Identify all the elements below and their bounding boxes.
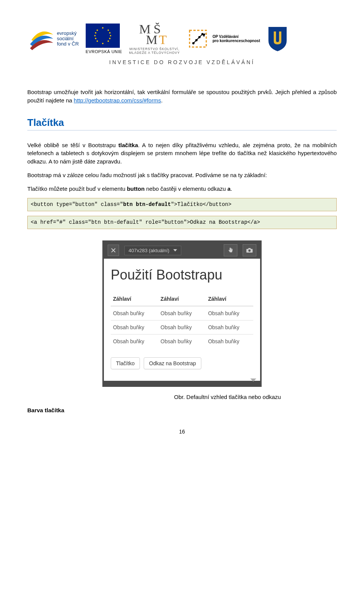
preview-button-2[interactable]: Odkaz na Bootstrap (144, 357, 201, 369)
code-block-2: <a href="#" class="btn btn-default" role… (27, 216, 337, 229)
tlacitka-heading: Tlačítka (27, 117, 337, 129)
svg-point-28 (248, 250, 251, 252)
chevron-down-icon (173, 249, 177, 251)
forms-link[interactable]: http://getbootstrap.com/css/#forms (74, 97, 161, 104)
op-line2: pro konkurenceschopnost (212, 39, 260, 43)
logo-strip: evropský sociální fond v ČR (27, 23, 337, 55)
paragraph-intro: Bootstrap umožňuje tvořit jak horizontál… (27, 88, 337, 105)
table-row: Obsah buňkyObsah buňkyObsah buňky (111, 335, 253, 349)
page-number: 16 (27, 429, 337, 435)
svg-point-8 (95, 32, 96, 34)
eu-logo: EVROPSKÁ UNIE (86, 24, 122, 54)
touch-button[interactable] (224, 244, 237, 256)
camera-button[interactable] (243, 244, 256, 256)
op-icon (187, 27, 209, 50)
msmt-line2: MLÁDEŽE A TĚLOVÝCHOVY (129, 51, 180, 55)
resolution-dropdown[interactable]: 407x283 (aktuální) (124, 246, 181, 255)
svg-point-20 (198, 36, 201, 38)
svg-point-9 (109, 32, 111, 34)
svg-point-3 (110, 35, 111, 36)
svg-marker-25 (173, 249, 177, 251)
heading-divider (27, 130, 337, 130)
table-header: Záhlaví (158, 292, 206, 306)
svg-rect-27 (248, 248, 251, 249)
code-block-1: <button type="button" class="btn btn-def… (27, 198, 337, 211)
resolution-label: 407x283 (aktuální) (129, 248, 169, 253)
eu-label: EVROPSKÁ UNIE (86, 49, 122, 54)
table-row: Obsah buňkyObsah buňkyObsah buňky (111, 320, 253, 335)
svg-point-10 (95, 38, 96, 39)
close-icon (111, 248, 116, 253)
figure-caption: Obr. Defaultní vzhled tlačítka nebo odka… (118, 394, 337, 400)
preview-title: Použití Bootstrapu (111, 267, 253, 283)
esf-label-2: sociální (57, 36, 79, 41)
msmt-icon: M Š M T (139, 23, 169, 45)
svg-line-17 (193, 34, 202, 43)
up-shield-icon (267, 25, 288, 52)
paragraph-3: Bootstrap má v záloze celou řadu možnost… (27, 171, 337, 179)
invest-tagline: INVESTICE DO ROZVOJE VZDĚLÁVÁNÍ (27, 59, 337, 65)
svg-point-4 (96, 30, 98, 31)
camera-icon (246, 248, 253, 253)
mobile-bottombar (104, 381, 260, 385)
svg-point-18 (192, 42, 195, 44)
eu-stars-icon (92, 25, 113, 46)
svg-point-19 (195, 39, 198, 41)
intro-text-end: . (161, 97, 163, 104)
table-header: Záhlaví (206, 292, 253, 306)
svg-point-11 (109, 38, 111, 39)
svg-text:T: T (159, 33, 167, 45)
preview-table: Záhlaví Záhlaví Záhlaví Obsah buňkyObsah… (111, 292, 253, 348)
svg-text:M: M (146, 33, 158, 45)
esf-swoosh-icon (27, 25, 55, 52)
subheading: Barva tlačítka (27, 407, 337, 413)
svg-point-0 (102, 27, 104, 29)
svg-point-2 (94, 35, 96, 36)
svg-point-7 (107, 41, 109, 42)
close-button[interactable] (108, 245, 119, 256)
table-row: Obsah buňkyObsah buňkyObsah buňky (111, 306, 253, 320)
paragraph-2: Velké oblibě se těší v Bootstrapu tlačít… (27, 141, 337, 166)
preview-button-1[interactable]: Tlačítko (111, 357, 140, 369)
msmt-line1: MINISTERSTVO ŠKOLSTVÍ, (129, 47, 180, 51)
op-logo-block: OP Vzdělávání pro konkurenceschopnost (187, 27, 260, 50)
mobile-preview: 407x283 (aktuální) Použití Bootstrapu Zá… (102, 240, 262, 387)
svg-point-1 (102, 43, 104, 44)
paragraph-4: Tlačítko můžete použít buď v elementu bu… (27, 185, 337, 193)
esf-logo: evropský sociální fond v ČR (27, 25, 79, 52)
svg-point-6 (96, 41, 98, 42)
hand-icon (227, 247, 234, 254)
esf-label-1: evropský (57, 31, 79, 36)
esf-label-3: fond v ČR (57, 41, 79, 47)
msmt-logo-block: M Š M T MINISTERSTVO ŠKOLSTVÍ, MLÁDEŽE A… (129, 23, 180, 55)
table-header: Záhlaví (111, 292, 158, 306)
svg-point-5 (107, 30, 109, 31)
op-line1: OP Vzdělávání (212, 35, 260, 39)
